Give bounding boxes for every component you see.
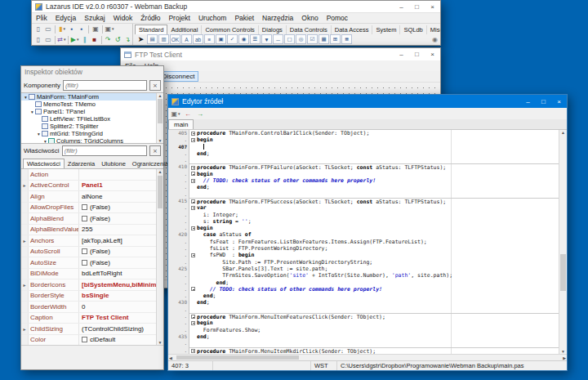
menu-item[interactable]: Uruchom xyxy=(194,14,230,22)
property-value[interactable]: (False) xyxy=(79,213,163,224)
tedit-icon[interactable]: ab xyxy=(193,34,203,44)
tmemo-icon[interactable]: ≡ xyxy=(204,34,215,44)
tframe-icon[interactable]: ⊞ xyxy=(330,34,341,44)
scroll-down-icon[interactable]: ▼ xyxy=(157,138,163,143)
dropdown-arrow-icon[interactable]: ▾ xyxy=(64,35,66,44)
fold-collapse-icon[interactable] xyxy=(191,179,195,183)
palette-tab[interactable]: Additional xyxy=(167,25,202,34)
minimize-button[interactable]: – xyxy=(394,1,409,12)
tree-item[interactable]: ▾Columns: TGridColumns xyxy=(21,137,163,144)
minimize-button[interactable]: – xyxy=(394,48,409,60)
step-over-icon[interactable]: ↺ xyxy=(113,35,122,44)
menu-item[interactable]: Pomoc xyxy=(323,14,352,22)
inspector-tab[interactable]: Ulubione xyxy=(98,159,129,168)
fold-marker[interactable] xyxy=(189,164,197,170)
fold-marker[interactable] xyxy=(189,314,197,320)
scroll-up-icon[interactable]: ▲ xyxy=(157,169,163,174)
property-value[interactable]: 255 xyxy=(79,225,163,235)
new-form-icon[interactable]: ▭ xyxy=(43,25,53,34)
property-value[interactable]: 0 xyxy=(79,302,163,312)
property-row[interactable]: ▸Anchors[akTop,akLeft] xyxy=(21,235,163,247)
palette-tab[interactable]: Data Controls xyxy=(287,25,332,34)
property-value[interactable] xyxy=(79,169,163,180)
select-cursor-icon[interactable]: ➤ xyxy=(136,34,146,44)
property-row[interactable]: AllowDropFiles(False) xyxy=(21,203,163,214)
run-icon[interactable]: ▶▾ xyxy=(70,35,80,44)
fold-marker[interactable] xyxy=(189,225,197,231)
checkbox-icon[interactable] xyxy=(82,248,87,254)
row-expander-icon[interactable]: ▸ xyxy=(21,324,29,334)
fold-collapse-icon[interactable] xyxy=(191,166,195,170)
fold-collapse-icon[interactable] xyxy=(191,199,195,203)
scrollbar-thumb[interactable] xyxy=(158,176,163,208)
tree-expand-icon[interactable]: ▾ xyxy=(36,132,42,136)
palette-tab[interactable]: Misc xyxy=(427,25,440,34)
property-row[interactable]: AlphaBlend(False) xyxy=(21,213,163,225)
palette-tab[interactable]: SQLdb xyxy=(400,25,426,34)
property-value[interactable]: alNone xyxy=(79,191,163,202)
checkbox-icon[interactable] xyxy=(82,260,87,266)
palette-tab[interactable]: Common Controls xyxy=(202,25,258,34)
property-value[interactable]: bsSingle xyxy=(79,291,163,302)
property-row[interactable]: ▸BorderIcons[biSystemMenu,biMinimize,biM… xyxy=(21,279,163,291)
jump-forward-icon[interactable]: → xyxy=(195,110,205,118)
properties-filter-options-icon[interactable]: ⨯ xyxy=(149,145,161,156)
property-value[interactable]: (False) xyxy=(79,247,163,257)
scrollbar-thumb[interactable] xyxy=(560,254,566,291)
property-row[interactable]: AutoScroll(False) xyxy=(21,247,163,258)
tree-scrollbar[interactable]: ▲▼ xyxy=(156,93,163,143)
code-area[interactable]: 405procedure TMainForm.ControlBar1Click(… xyxy=(168,130,567,354)
dropdown-arrow-icon[interactable]: ▾ xyxy=(112,25,114,34)
tab-main[interactable]: main xyxy=(168,119,194,129)
property-value[interactable]: Panel1 xyxy=(79,181,163,191)
fold-collapse-icon[interactable] xyxy=(191,349,195,353)
scroll-left-icon[interactable]: ◀ xyxy=(169,355,172,360)
scrollbar-thumb[interactable] xyxy=(158,99,163,123)
fold-marker[interactable] xyxy=(189,348,197,354)
inspector-tab[interactable]: Właściwości xyxy=(23,159,65,168)
tlistbox-icon[interactable]: ☰ xyxy=(250,34,261,44)
scroll-up-icon[interactable]: ▲ xyxy=(559,130,567,135)
editor-vertical-scrollbar[interactable]: ▲ ▼ xyxy=(559,130,567,354)
fold-marker[interactable] xyxy=(189,177,197,184)
restore-layout-icon[interactable]: ▣ xyxy=(91,25,100,34)
dropdown-arrow-icon[interactable]: ▾ xyxy=(77,35,79,44)
tcheckbox-icon[interactable]: ✓ xyxy=(227,34,238,44)
close-button[interactable]: × xyxy=(551,95,567,108)
tpanel-icon[interactable]: ▦ xyxy=(318,34,329,44)
row-expander-icon[interactable]: ▸ xyxy=(21,181,29,191)
scroll-down-icon[interactable]: ▼ xyxy=(157,340,163,345)
fold-marker[interactable] xyxy=(189,286,197,293)
palette-tab[interactable]: Data Access xyxy=(332,25,373,34)
tlabel-icon[interactable]: A xyxy=(181,34,192,44)
property-row[interactable]: CaptionFTP Test Client xyxy=(21,313,163,324)
pause-icon[interactable]: ∥ xyxy=(80,35,90,44)
property-value[interactable]: bdLeftToRight xyxy=(79,269,163,279)
tradiogroup-icon[interactable]: ◎ xyxy=(296,34,306,44)
ftp-titlebar[interactable]: FTP Test Client – □ × xyxy=(121,48,440,60)
fold-collapse-icon[interactable] xyxy=(191,253,195,257)
property-value[interactable]: [akTop,akLeft] xyxy=(79,235,163,246)
tree-item[interactable]: ▾MainForm: TMainForm xyxy=(21,93,163,101)
components-filter-input[interactable] xyxy=(63,80,147,91)
maximize-button[interactable]: □ xyxy=(409,48,425,60)
save-icon[interactable]: ▪ xyxy=(67,25,77,34)
view-window-icon[interactable]: ▣▾ xyxy=(105,25,114,34)
maximize-button[interactable]: □ xyxy=(536,95,551,108)
tbutton-icon[interactable]: OK xyxy=(170,34,180,44)
tree-item[interactable]: Splitter2: TSplitter xyxy=(21,123,163,130)
property-value[interactable]: clDefault xyxy=(79,335,163,346)
tradiobutton-icon[interactable]: ◉ xyxy=(238,34,249,44)
tscrollbar-icon[interactable]: ─ xyxy=(273,34,283,44)
fold-marker[interactable] xyxy=(189,320,197,326)
components-filter-options-icon[interactable]: ⨯ xyxy=(149,80,161,91)
menu-item[interactable]: Pakiet xyxy=(230,14,258,22)
inspector-title[interactable]: Inspektor obiektów xyxy=(21,66,163,78)
fold-marker[interactable] xyxy=(189,204,197,211)
property-value[interactable]: [biSystemMenu,biMinimize,biMaximiz xyxy=(79,279,163,290)
minimize-button[interactable]: – xyxy=(520,95,536,108)
property-row[interactable]: Action xyxy=(21,169,163,181)
fold-marker[interactable] xyxy=(189,199,197,204)
scroll-up-icon[interactable]: ▲ xyxy=(157,93,163,98)
palette-tab[interactable]: System xyxy=(372,25,400,34)
